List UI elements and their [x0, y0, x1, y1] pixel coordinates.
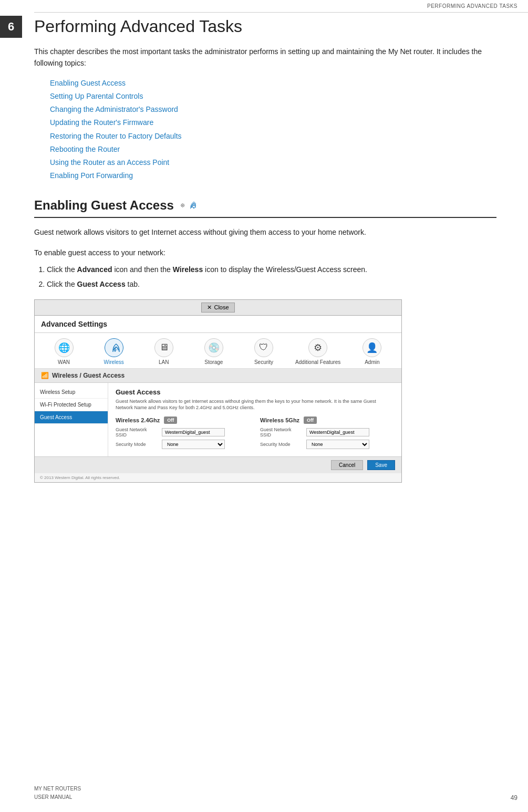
- storage-icon: 💿: [204, 338, 223, 357]
- security-icon: 🛡: [254, 338, 273, 357]
- security-row-5: Security Mode None: [260, 440, 394, 449]
- step-1: Click the Advanced icon and then the Wir…: [47, 264, 496, 276]
- gear-wifi-icon: [179, 197, 196, 214]
- nav-lan[interactable]: 🖥 LAN: [146, 338, 182, 365]
- toc-item-7[interactable]: Using the Router as an Access Point: [50, 156, 496, 169]
- chapter-header-text: PERFORMING ADVANCED TASKS: [427, 3, 517, 9]
- svg-line-8: [183, 204, 184, 204]
- lan-icon: 🖥: [154, 338, 173, 357]
- nav-wan-label: WAN: [58, 359, 70, 365]
- step1-bold1: Advanced: [77, 265, 112, 274]
- sidebar-guest-access[interactable]: Guest Access: [35, 411, 108, 424]
- nav-admin[interactable]: 👤 Admin: [354, 338, 390, 365]
- toc-item-2[interactable]: Setting Up Parental Controls: [50, 90, 496, 103]
- wireless-5-section: Wireless 5Ghz Off Guest Network SSID Sec…: [260, 417, 394, 451]
- section-header-text: Wireless / Guest Access: [52, 372, 125, 379]
- copyright-text: © 2013 Western Digital. All rights reser…: [35, 473, 401, 482]
- toggle-5-off[interactable]: Off: [304, 417, 317, 424]
- security-select-5[interactable]: None: [306, 440, 369, 449]
- nav-storage-label: Storage: [204, 359, 223, 365]
- wireless-icon: [105, 338, 123, 357]
- svg-line-9: [181, 206, 182, 207]
- security-select-24[interactable]: None: [162, 440, 225, 449]
- ssid-label-5: Guest Network SSID: [260, 427, 302, 438]
- wifi-small-icon: 📶: [41, 372, 49, 379]
- step2-bold1: Guest Access: [77, 280, 126, 288]
- screenshot-sidebar: Wireless Setup Wi-Fi Protected Setup Gue…: [35, 383, 108, 456]
- steps-list: Click the Advanced icon and then the Wir…: [47, 264, 496, 291]
- nav-icons-row: 🌐 WAN Wireless 🖥 LAN: [35, 333, 401, 369]
- section-body-1: Guest network allows visitors to get Int…: [34, 226, 496, 238]
- svg-point-10: [193, 207, 195, 209]
- chapter-number: 6: [8, 20, 14, 34]
- nav-admin-label: Admin: [365, 359, 379, 365]
- screenshot-content-area: Wireless Setup Wi-Fi Protected Setup Gue…: [35, 383, 401, 456]
- nav-security-label: Security: [254, 359, 273, 365]
- wan-icon: 🌐: [55, 338, 74, 357]
- footer-product: MY NET ROUTERS: [34, 785, 81, 793]
- toc-item-1[interactable]: Enabling Guest Access: [50, 77, 496, 90]
- svg-line-7: [183, 206, 184, 207]
- nav-storage[interactable]: 💿 Storage: [195, 338, 232, 365]
- sidebar-wifi-protected[interactable]: Wi-Fi Protected Setup: [35, 399, 108, 411]
- toc-item-5[interactable]: Restoring the Router to Factory Defaults: [50, 130, 496, 143]
- ssid-row-5: Guest Network SSID: [260, 427, 394, 438]
- svg-point-1: [182, 205, 183, 206]
- ssid-input-5[interactable]: [306, 428, 369, 436]
- page-title: Performing Advanced Tasks: [34, 17, 496, 36]
- screenshot-section-header: 📶 Wireless / Guest Access: [35, 369, 401, 383]
- save-button[interactable]: Save: [367, 460, 395, 470]
- screenshot: ✕ Close Advanced Settings 🌐 WAN: [34, 299, 402, 483]
- wireless-24-title: Wireless 2.4Ghz Off: [116, 417, 250, 424]
- guest-access-title: Guest Access: [116, 388, 394, 396]
- step1-bold2: Wireless: [173, 265, 203, 274]
- page-footer: MY NET ROUTERS USER MANUAL 49: [34, 785, 517, 801]
- step-2: Click the Guest Access tab.: [47, 278, 496, 291]
- footer-left: MY NET ROUTERS USER MANUAL: [34, 785, 81, 801]
- screenshot-topbar: ✕ Close: [35, 300, 401, 316]
- screenshot-right-content: Guest Access Guest Network allows visito…: [108, 383, 401, 456]
- section-body-2: To enable guest access to your network:: [34, 247, 496, 258]
- ssid-input-24[interactable]: [162, 428, 225, 436]
- chapter-tab: 6: [0, 16, 22, 38]
- close-x-icon: ✕: [207, 304, 212, 311]
- toggle-24-off[interactable]: Off: [164, 417, 177, 424]
- screenshot-footer: Cancel Save: [35, 456, 401, 473]
- svg-point-11: [114, 350, 116, 351]
- toc-item-6[interactable]: Rebooting the Router: [50, 143, 496, 156]
- additional-features-icon: ⚙: [308, 338, 327, 357]
- nav-wireless[interactable]: Wireless: [96, 338, 132, 365]
- footer-page-number: 49: [511, 794, 517, 801]
- nav-wireless-label: Wireless: [103, 359, 123, 365]
- wireless-columns: Wireless 2.4Ghz Off Guest Network SSID S…: [116, 417, 394, 451]
- intro-paragraph: This chapter describes the most importan…: [34, 46, 496, 69]
- toc-item-4[interactable]: Updating the Router's Firmware: [50, 116, 496, 129]
- advanced-settings-header: Advanced Settings: [35, 316, 401, 333]
- admin-icon: 👤: [363, 338, 381, 357]
- ssid-row-24: Guest Network SSID: [116, 427, 250, 438]
- nav-lan-label: LAN: [159, 359, 169, 365]
- close-label: Close: [214, 304, 229, 310]
- guest-access-desc: Guest Network allows visitors to get Int…: [116, 398, 394, 411]
- nav-additional-features[interactable]: ⚙ Additional Features: [295, 338, 340, 365]
- nav-security[interactable]: 🛡 Security: [245, 338, 282, 365]
- nav-wan[interactable]: 🌐 WAN: [46, 338, 82, 365]
- toc-item-8[interactable]: Enabling Port Forwarding: [50, 169, 496, 182]
- security-row-24: Security Mode None: [116, 440, 250, 449]
- close-button[interactable]: ✕ Close: [201, 303, 234, 313]
- security-label-24: Security Mode: [116, 442, 158, 447]
- cancel-button[interactable]: Cancel: [331, 460, 363, 470]
- ssid-label-24: Guest Network SSID: [116, 427, 158, 438]
- main-content: Performing Advanced Tasks This chapter d…: [34, 11, 496, 483]
- wireless-24-section: Wireless 2.4Ghz Off Guest Network SSID S…: [116, 417, 250, 451]
- sidebar-wireless-setup[interactable]: Wireless Setup: [35, 386, 108, 399]
- wireless-5-title: Wireless 5Ghz Off: [260, 417, 394, 424]
- advanced-settings-title: Advanced Settings: [41, 320, 107, 328]
- toc-list: Enabling Guest Access Setting Up Parenta…: [50, 77, 496, 183]
- section-heading: Enabling Guest Access: [34, 197, 496, 218]
- toc-item-3[interactable]: Changing the Administrator's Password: [50, 103, 496, 116]
- nav-additional-features-label: Additional Features: [295, 359, 340, 365]
- svg-line-6: [181, 204, 182, 204]
- footer-manual: USER MANUAL: [34, 793, 81, 801]
- section-title-text: Enabling Guest Access: [34, 198, 174, 213]
